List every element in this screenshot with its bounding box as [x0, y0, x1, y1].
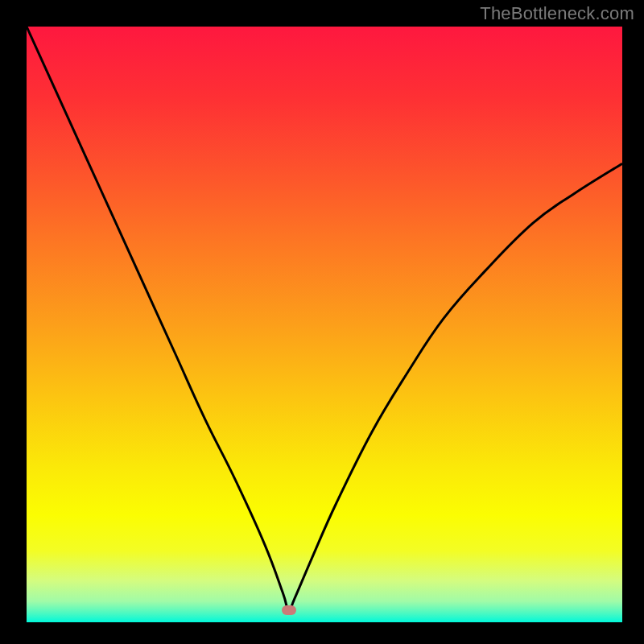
watermark-text: TheBottleneck.com	[480, 3, 634, 24]
plot-area	[27, 27, 622, 622]
curve-layer	[27, 27, 622, 622]
chart-frame: TheBottleneck.com	[0, 0, 644, 644]
optimum-marker	[282, 605, 296, 615]
bottleneck-curve	[27, 27, 622, 611]
